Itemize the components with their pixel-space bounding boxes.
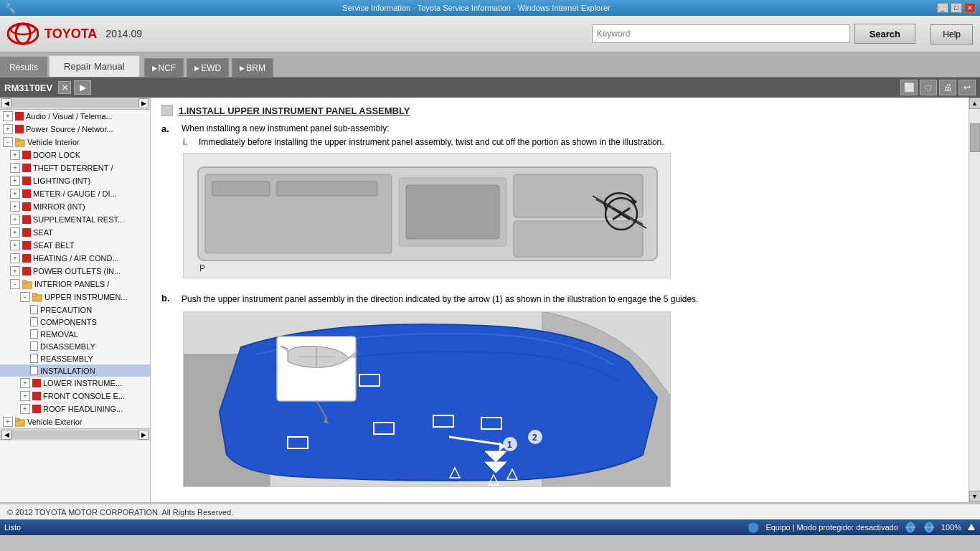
step-a-sub-i: i. Immediately before installing the upp… bbox=[183, 137, 958, 147]
sidebar-item-reassembly[interactable]: REASSEMBLY bbox=[0, 352, 150, 364]
power-outlets-icon bbox=[22, 267, 31, 276]
roof-headlining-icon bbox=[32, 405, 41, 413]
doc-components-icon bbox=[30, 317, 38, 326]
maximize-button[interactable]: □ bbox=[951, 3, 962, 13]
expand-lighting-icon[interactable]: + bbox=[10, 176, 20, 186]
scroll-down-button[interactable]: ▼ bbox=[969, 491, 981, 502]
svg-rect-15 bbox=[406, 185, 499, 239]
sidebar-scroll-left[interactable]: ◀ bbox=[1, 98, 11, 108]
expand-lower-icon[interactable]: + bbox=[20, 378, 30, 388]
sidebar-scroll-right-bottom[interactable]: ▶ bbox=[138, 430, 149, 440]
expand-vehicle-exterior-icon[interactable]: + bbox=[3, 417, 13, 427]
toyota-oval-icon bbox=[7, 22, 39, 45]
panel-back-icon[interactable]: ↩ bbox=[958, 80, 976, 95]
tab-brm[interactable]: ▶ BRM bbox=[232, 58, 273, 77]
sidebar-scroll-right[interactable]: ▶ bbox=[138, 98, 149, 108]
sidebar-item-upper-instrument[interactable]: - UPPER INSTRUMEN... bbox=[0, 291, 150, 303]
svg-marker-56 bbox=[968, 524, 975, 530]
tab-repair-manual[interactable]: Repair Manual bbox=[49, 55, 140, 77]
search-input[interactable] bbox=[592, 24, 850, 43]
sidebar-item-mirror[interactable]: + MIRROR (INT) bbox=[0, 200, 150, 213]
sidebar-scroll-left-bottom[interactable]: ◀ bbox=[1, 430, 11, 440]
step-b: b. Push the upper instrument panel assem… bbox=[161, 293, 958, 306]
search-area: Search bbox=[592, 24, 915, 44]
sidebar-item-theft[interactable]: + THEFT DETERRENT / bbox=[0, 161, 150, 174]
panel-id: RM31T0EV bbox=[4, 83, 52, 93]
seat-icon bbox=[22, 228, 31, 237]
expand-front-console-icon[interactable]: + bbox=[20, 391, 30, 401]
globe-icon-2 bbox=[923, 522, 936, 533]
expand-supplemental-icon[interactable]: + bbox=[10, 215, 20, 225]
tab-results[interactable]: Results bbox=[0, 57, 47, 77]
scroll-track bbox=[970, 109, 980, 491]
panel-close-button[interactable]: ✕ bbox=[58, 81, 71, 94]
panel-next-button[interactable]: ▶ bbox=[74, 80, 91, 95]
sidebar-item-seat[interactable]: + SEAT bbox=[0, 226, 150, 239]
title-bar-icon: 🔧 bbox=[4, 3, 16, 14]
sidebar-item-disassembly[interactable]: DISASSEMBLY bbox=[0, 340, 150, 352]
taskbar: Listo Equipo | Modo protegido: desactiva… bbox=[0, 519, 980, 535]
sidebar-item-lower-instrument[interactable]: + LOWER INSTRUME... bbox=[0, 377, 150, 390]
version-year: 2014.09 bbox=[105, 28, 142, 39]
diagram-1: P bbox=[183, 153, 671, 278]
expand-audio-icon[interactable]: + bbox=[3, 111, 13, 121]
sidebar-item-front-console[interactable]: + FRONT CONSOLE E... bbox=[0, 390, 150, 402]
expand-vehicle-interior-icon[interactable]: - bbox=[3, 137, 13, 147]
scroll-thumb[interactable] bbox=[970, 123, 980, 152]
expand-upper-instrument-icon[interactable]: - bbox=[20, 292, 30, 302]
expand-roof-icon[interactable]: + bbox=[20, 404, 30, 414]
sidebar-item-vehicle-exterior[interactable]: + Vehicle Exterior bbox=[0, 415, 150, 428]
expand-heating-icon[interactable]: + bbox=[10, 253, 20, 263]
expand-mirror-icon[interactable]: + bbox=[10, 202, 20, 212]
sidebar-item-supplemental[interactable]: + SUPPLEMENTAL REST... bbox=[0, 213, 150, 226]
svg-rect-8 bbox=[32, 293, 37, 296]
tab-ncf[interactable]: ▶ NCF bbox=[144, 58, 184, 77]
sidebar-item-power-outlets[interactable]: + POWER OUTLETS (IN... bbox=[0, 265, 150, 278]
step-b-label: b. bbox=[161, 293, 176, 306]
tab-ewd[interactable]: ▶ EWD bbox=[187, 58, 229, 77]
svg-text:2: 2 bbox=[532, 433, 537, 443]
minimize-button[interactable]: _ bbox=[937, 3, 948, 13]
sidebar-item-seat-belt[interactable]: + SEAT BELT bbox=[0, 239, 150, 252]
content-scrollbar[interactable]: ▲ ▼ bbox=[969, 98, 980, 502]
tab-ncf-label: NCF bbox=[159, 63, 176, 73]
tab-results-label: Results bbox=[9, 62, 38, 72]
sidebar-item-components[interactable]: COMPONENTS bbox=[0, 316, 150, 328]
panel-print-icon[interactable]: 🖨 bbox=[939, 80, 956, 95]
doc-removal-icon bbox=[30, 329, 38, 339]
expand-meter-icon[interactable]: + bbox=[10, 189, 20, 199]
brm-arrow-icon: ▶ bbox=[240, 65, 245, 72]
doc-disassembly-icon bbox=[30, 342, 38, 351]
expand-theft-icon[interactable]: + bbox=[10, 163, 20, 173]
sidebar-item-precaution[interactable]: PRECAUTION bbox=[0, 303, 150, 316]
copyright-text: © 2012 TOYOTA MOTOR CORPORATION. All Rig… bbox=[7, 508, 973, 517]
sidebar-item-door-lock[interactable]: + DOOR LOCK bbox=[0, 149, 150, 161]
panel-icon-1[interactable]: ⬜ bbox=[900, 80, 918, 95]
help-button[interactable]: Help bbox=[930, 24, 973, 44]
zoom-arrow-icon bbox=[967, 523, 976, 532]
expand-seat-belt-icon[interactable]: + bbox=[10, 240, 20, 250]
sidebar-item-heating[interactable]: + HEATING / AIR COND... bbox=[0, 252, 150, 265]
sidebar-item-meter[interactable]: + METER / GAUGE / DI... bbox=[0, 187, 150, 200]
expand-seat-icon[interactable]: + bbox=[10, 227, 20, 237]
status-bar: © 2012 TOYOTA MOTOR CORPORATION. All Rig… bbox=[0, 504, 980, 519]
sidebar-item-interior-panels[interactable]: - INTERIOR PANELS / bbox=[0, 278, 150, 291]
sidebar-item-lighting[interactable]: + LIGHTING (INT) bbox=[0, 174, 150, 187]
search-button[interactable]: Search bbox=[854, 24, 915, 44]
panel-icon-2[interactable]: □ bbox=[920, 80, 937, 95]
sub-i-text: Immediately before installing the upper … bbox=[199, 137, 664, 147]
expand-door-lock-icon[interactable]: + bbox=[10, 150, 20, 160]
scroll-up-button[interactable]: ▲ bbox=[969, 98, 981, 109]
sidebar-item-power[interactable]: + Power Source / Networ... bbox=[0, 123, 150, 136]
sidebar-item-removal[interactable]: REMOVAL bbox=[0, 328, 150, 340]
expand-power-icon[interactable]: + bbox=[3, 124, 13, 134]
expand-interior-panels-icon[interactable]: - bbox=[10, 279, 20, 289]
svg-text:1: 1 bbox=[507, 440, 512, 450]
sidebar-item-audio[interactable]: + Audio / Visual / Telema... bbox=[0, 110, 150, 123]
expand-power-outlets-icon[interactable]: + bbox=[10, 266, 20, 276]
title-bar-buttons: _ □ ✕ bbox=[937, 3, 976, 13]
close-button[interactable]: ✕ bbox=[964, 3, 976, 13]
sidebar-item-installation[interactable]: INSTALLATION bbox=[0, 364, 150, 377]
sidebar-item-vehicle-interior[interactable]: - Vehicle Interior bbox=[0, 136, 150, 149]
sidebar-item-roof-headlining[interactable]: + ROOF HEADLINING... bbox=[0, 402, 150, 415]
